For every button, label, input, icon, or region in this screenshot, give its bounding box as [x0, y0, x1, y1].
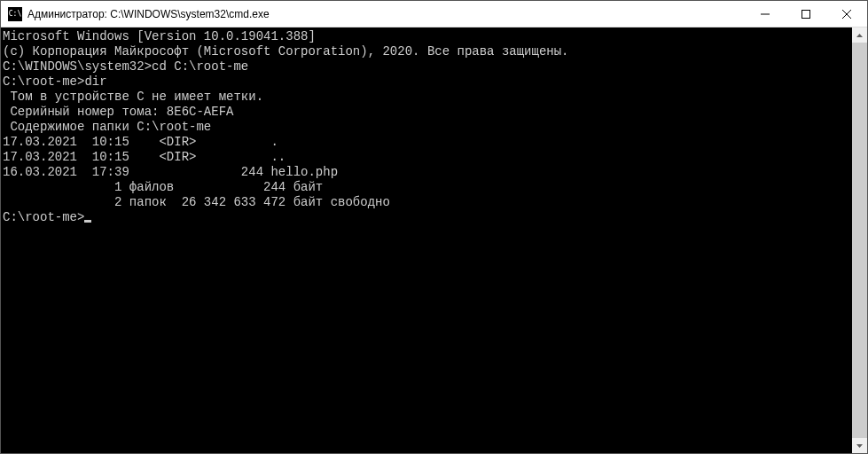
maximize-icon	[802, 10, 810, 19]
terminal-line: Серийный номер тома: 8E6C-AEFA	[3, 105, 852, 120]
svg-marker-4	[856, 34, 863, 37]
minimize-icon	[761, 10, 770, 19]
cmd-window: C:\ Администратор: C:\WINDOWS\system32\c…	[0, 0, 868, 454]
scroll-down-button[interactable]	[852, 438, 867, 453]
close-button[interactable]	[826, 1, 867, 27]
terminal-line: 1 файлов 244 байт	[3, 180, 852, 195]
scroll-up-button[interactable]	[852, 27, 867, 43]
svg-marker-5	[856, 444, 863, 448]
terminal-line: (c) Корпорация Майкрософт (Microsoft Cor…	[3, 44, 852, 59]
chevron-down-icon	[856, 444, 863, 448]
terminal-line: 2 папок 26 342 633 472 байт свободно	[3, 195, 852, 210]
window-title: Администратор: C:\WINDOWS\system32\cmd.e…	[27, 8, 745, 20]
terminal-line: 17.03.2021 10:15 <DIR> ..	[3, 150, 852, 165]
maximize-button[interactable]	[786, 1, 826, 27]
svg-rect-1	[802, 10, 810, 18]
terminal-area: Microsoft Windows [Version 10.0.19041.38…	[1, 27, 867, 453]
terminal-line: Том в устройстве C не имеет метки.	[3, 90, 852, 105]
minimize-button[interactable]	[745, 1, 786, 27]
cursor	[84, 220, 91, 223]
window-controls	[745, 1, 867, 27]
terminal-output[interactable]: Microsoft Windows [Version 10.0.19041.38…	[1, 27, 852, 453]
terminal-prompt-line: C:\root-me>	[3, 210, 852, 225]
chevron-up-icon	[856, 34, 863, 37]
cmd-icon: C:\	[8, 7, 22, 21]
terminal-line: Содержимое папки C:\root-me	[3, 120, 852, 135]
titlebar[interactable]: C:\ Администратор: C:\WINDOWS\system32\c…	[1, 1, 867, 27]
terminal-line: 16.03.2021 17:39 244 hello.php	[3, 165, 852, 180]
scrollbar-thumb[interactable]	[852, 43, 867, 438]
terminal-line: 17.03.2021 10:15 <DIR> .	[3, 135, 852, 150]
terminal-prompt: C:\root-me>	[3, 210, 84, 224]
close-icon	[842, 10, 851, 19]
scrollbar-track[interactable]	[852, 43, 867, 438]
terminal-line: Microsoft Windows [Version 10.0.19041.38…	[3, 29, 852, 44]
vertical-scrollbar[interactable]	[852, 27, 867, 453]
terminal-line: C:\WINDOWS\system32>cd C:\root-me	[3, 59, 852, 74]
terminal-line: C:\root-me>dir	[3, 74, 852, 90]
